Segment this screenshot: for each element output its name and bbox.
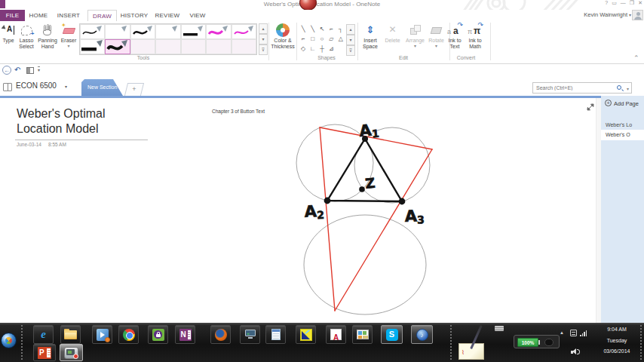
clock-date[interactable]: 03/06/2014 <box>593 348 641 354</box>
type-tool-button[interactable]: A Type <box>0 23 17 55</box>
taskbar-internet-explorer-button[interactable]: e <box>33 325 54 344</box>
notebook-name[interactable]: ECON 6500 <box>16 81 57 90</box>
taskbar-photo-viewer-button[interactable] <box>352 325 373 344</box>
show-desktop-button[interactable] <box>639 324 643 360</box>
shape-rectangle-icon[interactable]: □ <box>308 34 317 44</box>
taskbar-recorder-button[interactable] <box>60 344 83 361</box>
back-icon[interactable]: ← <box>2 66 11 75</box>
taskbar-security-app-button[interactable] <box>148 325 168 344</box>
shape-cross-axes-icon[interactable]: ┼ <box>317 44 327 54</box>
add-page-button[interactable]: + Add Page <box>601 97 644 109</box>
windows-journal-tray-icon[interactable]: ⌇ <box>457 339 487 360</box>
taskbar-smart-notebook-button[interactable] <box>296 325 316 344</box>
page-title[interactable]: Weber's Optimal Location Model <box>17 106 105 137</box>
help-icon[interactable]: ? <box>605 0 608 6</box>
shape-diamond-icon[interactable]: ◇ <box>299 44 308 54</box>
restore-icon[interactable]: ❐ <box>630 0 634 6</box>
shape-triangle-icon[interactable]: △ <box>336 34 345 44</box>
show-hidden-icons[interactable]: ▲ <box>560 330 564 335</box>
ribbon-display-icon[interactable]: ▭ <box>612 0 617 6</box>
shapes-more-icon[interactable]: ⊽ <box>346 45 355 56</box>
dock-window-icon[interactable] <box>26 67 34 74</box>
eraser-button[interactable]: ✦ Eraser ▾ <box>59 23 78 55</box>
arrange-button[interactable]: Arrange ▾ <box>404 23 426 55</box>
clock-time[interactable]: 9:04 AM <box>593 327 641 332</box>
avatar[interactable] <box>632 10 643 20</box>
taskbar-notepad-button[interactable] <box>265 325 286 344</box>
notebook-caret-icon[interactable]: ▾ <box>65 84 67 89</box>
taskbar-skype-button[interactable]: S <box>381 325 403 344</box>
search-scope-caret-icon[interactable]: ▾ <box>627 86 629 91</box>
taskbar-file-explorer-button[interactable] <box>60 325 81 344</box>
customize-qat-icon[interactable]: ▾ <box>38 66 40 72</box>
battery-status[interactable]: 100% <box>514 335 560 348</box>
pen-swatch-empty[interactable] <box>155 39 180 54</box>
undo-icon[interactable]: ↶ <box>14 66 20 74</box>
pen-swatch-empty[interactable] <box>181 39 206 54</box>
tab-review[interactable]: REVIEW <box>152 10 182 21</box>
taskbar-itunes-button[interactable]: ♪ <box>411 325 433 344</box>
taskbar-powerpoint-button[interactable]: P <box>33 344 56 361</box>
shape-line2-icon[interactable]: ╲ <box>308 24 317 34</box>
taskbar-media-player-button[interactable] <box>92 325 112 344</box>
tab-insert[interactable]: INSERT <box>54 10 83 21</box>
tab-file[interactable]: FILE <box>0 10 25 21</box>
action-center-icon[interactable] <box>570 330 577 336</box>
shape-corner-icon[interactable]: ⌐ <box>327 24 336 34</box>
pen-swatch-black-thick-squiggle-selected[interactable] <box>105 39 130 54</box>
panning-hand-button[interactable]: Panning Hand <box>36 23 59 55</box>
search-icon[interactable] <box>617 85 621 90</box>
add-section-tab[interactable]: + <box>124 83 144 96</box>
pen-swatch-black-thin-squiggle[interactable] <box>80 24 105 39</box>
pen-gallery-more-icon[interactable]: ⊽ <box>259 44 268 55</box>
insert-space-button[interactable]: ⇕ Insert Space <box>360 23 381 55</box>
taskbar-onenote-button[interactable]: N <box>175 325 195 344</box>
rotate-button[interactable]: Rotate ▾ <box>426 23 446 55</box>
ink-to-math-button[interactable]: ππ↷ Ink to Math <box>465 23 485 55</box>
close-icon[interactable]: ✕ <box>638 0 642 6</box>
color-thickness-button[interactable]: Color & Thickness <box>270 23 296 55</box>
shape-axes-icon[interactable]: ∟ <box>308 44 317 54</box>
tab-draw[interactable]: DRAW <box>87 10 117 21</box>
taskbar-firefox-button[interactable] <box>210 325 231 344</box>
delete-button[interactable]: ✕ Delete <box>382 23 403 55</box>
pen-swatch-plain[interactable] <box>105 24 130 39</box>
pen-swatch-empty[interactable] <box>232 39 256 54</box>
taskbar-remote-desktop-button[interactable]: « <box>240 325 260 344</box>
pen-gallery-scroll-up-icon[interactable]: ▴ <box>259 23 268 34</box>
tab-home[interactable]: HOME <box>26 10 51 21</box>
ink-drawing[interactable]: A1 A2 A3 Z <box>290 117 452 323</box>
pen-swatch-black-line[interactable] <box>181 24 206 39</box>
shape-line-icon[interactable]: ╲ <box>299 24 308 34</box>
pen-swatch-empty[interactable] <box>130 39 155 54</box>
taskbar-chrome-button[interactable] <box>118 325 139 344</box>
notebook-icon[interactable] <box>3 83 12 91</box>
clock-day[interactable]: Tuesday <box>593 338 641 343</box>
page-list-item-selected[interactable]: Weber's O <box>601 130 644 140</box>
page-body-text[interactable]: Chapter 3 of Button Text <box>212 109 265 114</box>
section-tab-new-section-1[interactable]: New Section 1 <box>81 79 123 96</box>
pen-swatch-empty[interactable] <box>206 39 231 54</box>
tab-view[interactable]: VIEW <box>185 10 210 21</box>
start-button[interactable] <box>1 333 17 348</box>
shape-parallelogram-icon[interactable]: ▱ <box>327 34 336 44</box>
keyboard-tray-icon[interactable] <box>495 326 504 331</box>
page-list-item[interactable]: Weber's Lo <box>601 120 644 130</box>
page-canvas[interactable]: Weber's Optimal Location Model June-03-1… <box>0 98 596 323</box>
shape-axes2-icon[interactable]: ⊿ <box>327 44 336 54</box>
shape-angle-icon[interactable]: ⌐ <box>299 34 308 44</box>
shape-arrow-icon[interactable]: ↖ <box>317 24 327 34</box>
network-icon[interactable] <box>580 330 587 336</box>
shapes-scroll-down-icon[interactable]: ▾ <box>346 35 355 45</box>
collapse-ribbon-icon[interactable]: ⌃ <box>633 54 639 62</box>
pen-swatch-black-thick-line[interactable] <box>80 39 105 54</box>
eraser-dropdown-icon[interactable]: ▾ <box>59 44 78 49</box>
tab-history[interactable]: HISTORY <box>118 10 151 21</box>
minimize-icon[interactable]: — <box>621 0 626 6</box>
pen-swatch-plain[interactable] <box>155 24 180 39</box>
shapes-scroll-up-icon[interactable]: ▴ <box>346 24 355 35</box>
expand-page-icon[interactable] <box>586 103 595 112</box>
signed-in-user[interactable]: Kevin Wainwright <box>584 11 627 18</box>
volume-icon[interactable] <box>571 348 580 355</box>
lasso-select-button[interactable]: + Lasso Select <box>17 23 36 55</box>
